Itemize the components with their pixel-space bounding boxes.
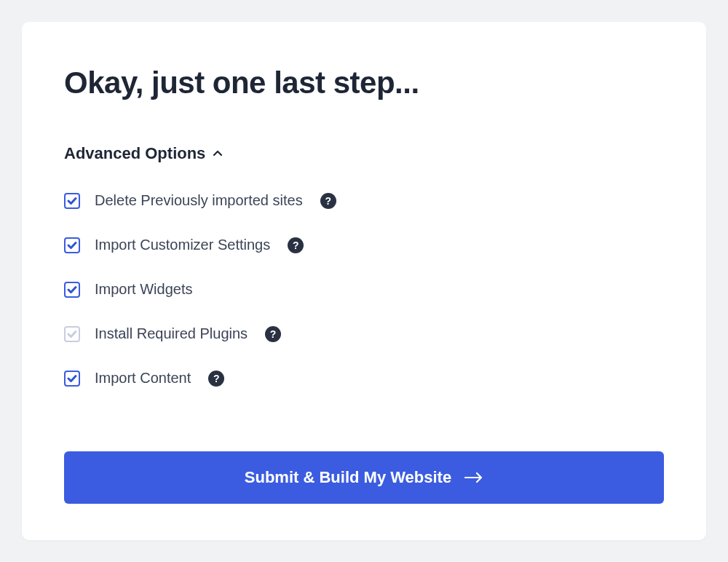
option-delete-previous: Delete Previously imported sites ?: [64, 192, 664, 209]
option-label: Import Content: [95, 370, 191, 387]
option-label: Delete Previously imported sites: [95, 192, 303, 209]
submit-button[interactable]: Submit & Build My Website: [64, 451, 664, 504]
page-title: Okay, just one last step...: [64, 66, 664, 100]
arrow-right-icon: [464, 472, 483, 483]
help-icon[interactable]: ?: [208, 371, 224, 387]
option-label: Import Customizer Settings: [95, 237, 270, 253]
option-label: Install Required Plugins: [95, 325, 248, 342]
checkbox-import-customizer[interactable]: [64, 237, 80, 253]
advanced-options-label: Advanced Options: [64, 144, 205, 163]
chevron-up-icon: [213, 149, 223, 159]
checkbox-delete-previous[interactable]: [64, 193, 80, 209]
advanced-options-toggle[interactable]: Advanced Options: [64, 144, 664, 163]
options-list: Delete Previously imported sites ? Impor…: [64, 192, 664, 415]
help-icon[interactable]: ?: [265, 326, 281, 342]
checkbox-import-content[interactable]: [64, 371, 80, 387]
submit-label: Submit & Build My Website: [245, 468, 451, 487]
option-label: Import Widgets: [95, 281, 192, 298]
help-icon[interactable]: ?: [320, 193, 336, 209]
help-icon[interactable]: ?: [288, 237, 304, 253]
option-import-widgets: Import Widgets: [64, 281, 664, 298]
checkbox-install-plugins: [64, 326, 80, 342]
option-import-content: Import Content ?: [64, 370, 664, 387]
option-install-plugins: Install Required Plugins ?: [64, 325, 664, 342]
checkbox-import-widgets[interactable]: [64, 282, 80, 298]
setup-card: Okay, just one last step... Advanced Opt…: [22, 22, 706, 540]
option-import-customizer: Import Customizer Settings ?: [64, 237, 664, 253]
